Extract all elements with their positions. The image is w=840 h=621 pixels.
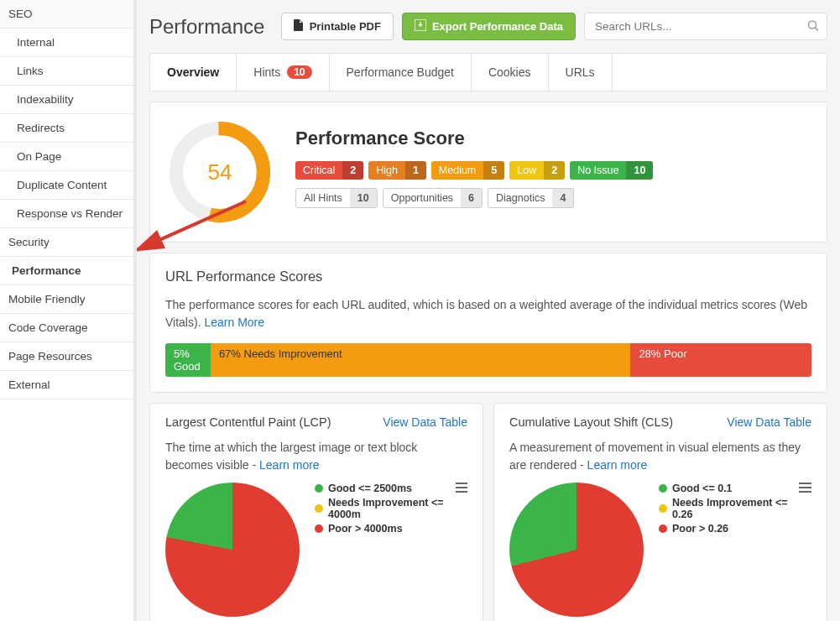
cls-learn-link[interactable]: Learn more	[587, 458, 648, 472]
search-input[interactable]	[584, 13, 827, 40]
filter-diagnotics[interactable]: Diagnotics4	[488, 188, 574, 208]
printable-pdf-button[interactable]: Printable PDF	[281, 13, 394, 40]
sidebar-item-performance[interactable]: Performance	[0, 257, 133, 285]
chart-menu-icon[interactable]	[456, 483, 467, 494]
sidebar-item-mobile-friendly[interactable]: Mobile Friendly	[0, 285, 133, 314]
dot-needs-icon	[315, 504, 323, 513]
severity-pills: Critical2High1Medium5Low2No Issue10	[295, 161, 653, 180]
cls-desc: A measurement of movement in visual elem…	[509, 439, 811, 474]
sidebar-item-external[interactable]: External	[0, 371, 133, 399]
sidebar-item-page-resources[interactable]: Page Resources	[0, 342, 133, 371]
lcp-pie-chart	[165, 483, 300, 617]
tab-cookies[interactable]: Cookies	[472, 54, 549, 91]
url-scores-card: URL Performance Scores The performance s…	[149, 253, 827, 393]
cls-pie-chart	[509, 483, 644, 617]
search-wrapper	[584, 13, 827, 40]
sidebar-item-internal[interactable]: Internal	[0, 29, 133, 57]
export-icon	[415, 19, 426, 34]
chart-menu-icon[interactable]	[799, 483, 811, 494]
score-title: Performance Score	[295, 128, 653, 149]
dot-needs-icon	[659, 504, 667, 513]
bar-needs: 67% Needs Improvement	[211, 343, 631, 377]
file-icon	[294, 19, 304, 34]
filter-opportunities[interactable]: Opportunities6	[383, 188, 483, 208]
dot-poor-icon	[315, 524, 323, 533]
sidebar-item-on-page[interactable]: On Page	[0, 143, 133, 171]
lcp-title: Largest Contentful Paint (LCP)	[165, 415, 331, 429]
sidebar-item-indexability[interactable]: Indexability	[0, 86, 133, 114]
filter-pills: All Hints10Opportunities6Diagnotics4	[295, 188, 653, 208]
svg-line-3	[816, 28, 819, 31]
sidebar-item-security[interactable]: Security	[0, 228, 133, 257]
url-scores-desc: The performance scores for each URL audi…	[165, 296, 811, 331]
score-donut: 54	[165, 117, 274, 227]
cls-card: Cumulative Layout Shift (CLS) View Data …	[493, 403, 827, 621]
sidebar-item-seo[interactable]: SEO	[0, 0, 133, 29]
sidebar-item-links[interactable]: Links	[0, 57, 133, 86]
sidebar: SEOInternalLinksIndexabilityRedirectsOn …	[0, 0, 137, 621]
lcp-legend: Good <= 2500ms Needs Improvement <= 4000…	[315, 483, 456, 537]
tab-hints[interactable]: Hints10	[237, 54, 329, 91]
sidebar-item-redirects[interactable]: Redirects	[0, 114, 133, 143]
tab-bar: OverviewHints10Performance BudgetCookies…	[149, 53, 827, 91]
search-icon[interactable]	[807, 19, 819, 34]
tab-performance-budget[interactable]: Performance Budget	[330, 54, 472, 91]
severity-no-issue[interactable]: No Issue10	[570, 161, 653, 180]
url-scores-title: URL Performance Scores	[165, 269, 811, 284]
sidebar-item-code-coverage[interactable]: Code Coverage	[0, 314, 133, 342]
lcp-learn-link[interactable]: Learn more	[259, 458, 320, 472]
sidebar-item-duplicate-content[interactable]: Duplicate Content	[0, 171, 133, 200]
url-scores-bar: 5% Good 67% Needs Improvement 28% Poor	[165, 343, 811, 377]
severity-low[interactable]: Low2	[509, 161, 565, 180]
score-value: 54	[208, 159, 232, 185]
lcp-desc: The time at which the largest image or t…	[165, 439, 467, 474]
cls-view-table-link[interactable]: View Data Table	[727, 415, 811, 429]
page-title: Performance	[149, 15, 273, 39]
top-bar: Performance Printable PDF Export Perform…	[149, 13, 827, 40]
bar-good: 5% Good	[165, 343, 211, 377]
cls-legend: Good <= 0.1 Needs Improvement <= 0.26 Po…	[659, 483, 799, 537]
filter-all-hints[interactable]: All Hints10	[295, 188, 378, 208]
tab-urls[interactable]: URLs	[549, 54, 613, 91]
cls-title: Cumulative Layout Shift (CLS)	[509, 415, 673, 429]
dot-poor-icon	[659, 524, 667, 533]
lcp-view-table-link[interactable]: View Data Table	[383, 415, 467, 429]
severity-high[interactable]: High1	[368, 161, 426, 180]
export-data-button[interactable]: Export Performance Data	[402, 13, 576, 40]
svg-point-2	[809, 21, 817, 29]
dot-good-icon	[659, 484, 667, 493]
main-content: Performance Printable PDF Export Perform…	[137, 0, 840, 621]
learn-more-link[interactable]: Learn More	[204, 316, 264, 329]
lcp-card: Largest Contentful Paint (LCP) View Data…	[149, 403, 483, 621]
severity-critical[interactable]: Critical2	[295, 161, 363, 180]
tab-overview[interactable]: Overview	[150, 54, 237, 91]
performance-score-card: 54 Performance Score Critical2High1Mediu…	[149, 102, 827, 243]
bar-poor: 28% Poor	[630, 343, 811, 377]
dot-good-icon	[315, 484, 323, 493]
severity-medium[interactable]: Medium5	[431, 161, 504, 180]
sidebar-item-response-vs-render[interactable]: Response vs Render	[0, 200, 133, 228]
tab-badge: 10	[287, 65, 311, 79]
